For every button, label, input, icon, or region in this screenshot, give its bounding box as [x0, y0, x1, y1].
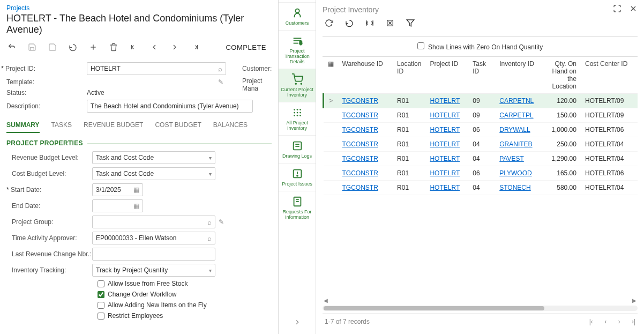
inventory-link[interactable]: GRANITEB	[499, 140, 532, 148]
cost-budget-level-select[interactable]: Task and Cost Code ▾	[92, 167, 215, 180]
row-marker[interactable]	[324, 108, 338, 123]
complete-button[interactable]: COMPLETE	[226, 43, 266, 51]
pencil-icon[interactable]: ✎	[218, 78, 223, 86]
tab-cost-budget[interactable]: COST BUDGET	[155, 121, 201, 133]
sidenav-project-trans-details[interactable]: $ Project Transaction Details	[279, 30, 316, 69]
description-input[interactable]: The Beach Hotel and Condominiums (Tyler …	[87, 100, 253, 113]
restrict-employees-checkbox[interactable]	[98, 313, 104, 320]
warehouse-link[interactable]: TGCONSTR	[342, 112, 378, 119]
end-date-input[interactable]: ▦	[92, 199, 143, 212]
table-row[interactable]: TGCONSTRR01HOTELRT04STONECH580.00HOTELRT…	[324, 181, 638, 195]
warehouse-link[interactable]: TGCONSTR	[342, 140, 378, 148]
table-row[interactable]: TGCONSTRR01HOTELRT04PAVEST1,290.00HOTELR…	[324, 152, 638, 166]
row-marker[interactable]	[324, 181, 338, 195]
scroll-left-icon[interactable]: ◀	[324, 298, 328, 303]
table-row[interactable]: TGCONSTRR01HOTELRT06PLYWOOD165.00HOTELRT…	[324, 166, 638, 181]
row-marker[interactable]: >	[324, 94, 338, 108]
project-link[interactable]: HOTELRT	[430, 140, 460, 148]
sidenav-all-project-inventory[interactable]: All Project Inventory	[279, 102, 316, 135]
inventory-link[interactable]: CARPETPL	[499, 112, 533, 119]
add-icon[interactable]	[88, 42, 99, 53]
start-date-input[interactable]: 3/1/2025 ▦	[92, 183, 143, 196]
back-icon[interactable]	[6, 42, 17, 53]
project-link[interactable]: HOTELRT	[430, 126, 460, 133]
horizontal-scrollbar[interactable]	[323, 306, 638, 311]
breadcrumb[interactable]: Projects	[6, 4, 272, 12]
warehouse-link[interactable]: TGCONSTR	[342, 155, 378, 162]
last-rev-input[interactable]	[92, 248, 215, 261]
zero-qty-checkbox-label[interactable]: Show Lines with Zero On Hand Quantity	[417, 43, 543, 51]
row-selector-header[interactable]: ▦	[324, 57, 338, 94]
export-icon[interactable]	[386, 19, 394, 29]
inventory-link[interactable]: PLYWOOD	[499, 169, 531, 177]
search-icon[interactable]: ⌕	[207, 234, 212, 242]
inventory-link[interactable]: CARPETNL	[499, 97, 534, 105]
table-row[interactable]: TGCONSTRR01HOTELRT06DRYWALL1,000.00HOTEL…	[324, 123, 638, 137]
next-icon[interactable]	[169, 42, 180, 53]
project-link[interactable]: HOTELRT	[430, 112, 460, 119]
page-first-icon[interactable]: |‹	[589, 318, 593, 325]
col-task[interactable]: Task ID	[468, 57, 495, 94]
inventory-link[interactable]: STONECH	[499, 184, 530, 191]
col-location[interactable]: Location ID	[393, 57, 425, 94]
inventory-link[interactable]: PAVEST	[499, 155, 524, 162]
project-link[interactable]: HOTELRT	[430, 155, 460, 162]
sidenav-current-inventory[interactable]: Current Project Inventory	[279, 69, 316, 102]
fit-columns-icon[interactable]	[365, 19, 374, 29]
warehouse-link[interactable]: TGCONSTR	[342, 184, 378, 191]
inventory-link[interactable]: DRYWALL	[499, 126, 530, 133]
undo-icon[interactable]	[345, 19, 354, 29]
project-link[interactable]: HOTELRT	[430, 169, 460, 177]
expand-icon[interactable]	[613, 4, 621, 14]
undo-icon[interactable]	[68, 42, 78, 53]
close-icon[interactable]	[629, 4, 638, 14]
allow-free-stock-checkbox[interactable]	[98, 280, 104, 287]
col-project[interactable]: Project ID	[425, 57, 468, 94]
time-approver-input[interactable]: EP00000033 - Ellen Watson ⌕	[92, 232, 215, 244]
calendar-icon[interactable]: ▦	[133, 186, 139, 194]
scroll-right-icon[interactable]: ▶	[632, 298, 636, 303]
prev-icon[interactable]	[149, 42, 160, 53]
pencil-icon[interactable]: ✎	[219, 218, 224, 226]
col-qty[interactable]: Qty. On Hand on the Location	[543, 57, 581, 94]
sidenav-drawing-logs[interactable]: Drawing Logs	[279, 135, 316, 163]
row-marker[interactable]	[324, 137, 338, 152]
allow-new-items-checkbox[interactable]	[98, 302, 104, 309]
filter-icon[interactable]	[406, 19, 415, 29]
last-icon[interactable]	[190, 42, 200, 53]
revenue-budget-level-select[interactable]: Task and Cost Code ▾	[92, 151, 215, 164]
page-next-icon[interactable]: ›	[618, 318, 620, 325]
sidenav-expand[interactable]	[287, 312, 308, 334]
tab-balances[interactable]: BALANCES	[213, 121, 248, 133]
col-inventory[interactable]: Inventory ID	[495, 57, 543, 94]
page-prev-icon[interactable]: ‹	[604, 318, 606, 325]
tab-tasks[interactable]: TASKS	[51, 121, 72, 133]
warehouse-link[interactable]: TGCONSTR	[342, 169, 378, 177]
project-link[interactable]: HOTELRT	[430, 97, 460, 105]
row-marker[interactable]	[324, 123, 338, 137]
project-link[interactable]: HOTELRT	[430, 184, 460, 191]
page-last-icon[interactable]: ›|	[632, 318, 635, 325]
first-icon[interactable]	[129, 42, 139, 53]
refresh-icon[interactable]	[325, 19, 333, 29]
table-row[interactable]: >TGCONSTRR01HOTELRT09CARPETNL120.00HOTEL…	[324, 94, 638, 108]
table-row[interactable]: TGCONSTRR01HOTELRT09CARPETPL150.00HOTELR…	[324, 108, 638, 123]
warehouse-link[interactable]: TGCONSTR	[342, 97, 378, 105]
search-icon[interactable]: ⌕	[218, 65, 222, 73]
sidenav-project-issues[interactable]: Project Issues	[279, 163, 316, 191]
warehouse-link[interactable]: TGCONSTR	[342, 126, 378, 133]
change-order-workflow-checkbox[interactable]	[98, 291, 104, 298]
sidenav-rfi[interactable]: Requests For Information	[279, 191, 316, 224]
tab-summary[interactable]: SUMMARY	[6, 121, 40, 133]
save-close-icon[interactable]	[47, 42, 58, 53]
project-group-input[interactable]: ⌕	[92, 216, 215, 228]
zero-qty-checkbox[interactable]	[417, 42, 424, 49]
inventory-tracking-select[interactable]: Track by Project Quantity ▾	[92, 264, 215, 277]
row-marker[interactable]	[324, 152, 338, 166]
delete-icon[interactable]	[108, 42, 119, 53]
save-icon[interactable]	[27, 42, 38, 53]
col-cost-center[interactable]: Cost Center ID	[581, 57, 638, 94]
calendar-icon[interactable]: ▦	[133, 202, 139, 210]
search-icon[interactable]: ⌕	[207, 218, 212, 226]
project-id-input[interactable]: HOTELRT ⌕	[87, 62, 226, 75]
